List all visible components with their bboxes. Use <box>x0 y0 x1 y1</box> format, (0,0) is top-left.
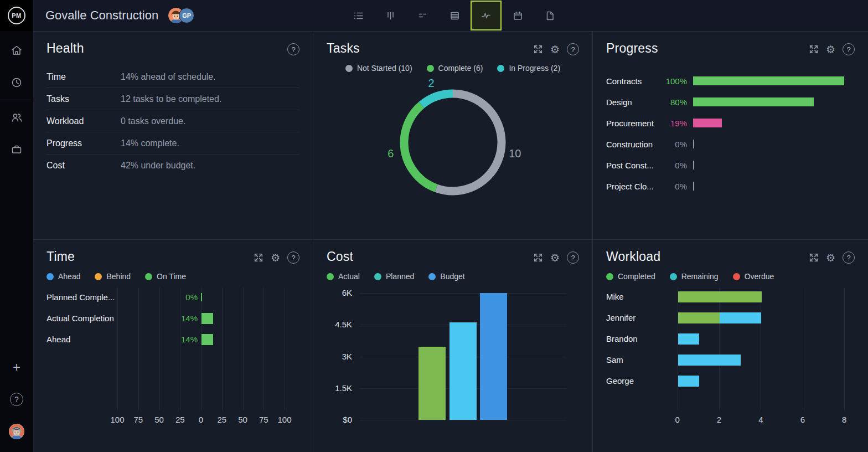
legend-dot <box>606 273 613 280</box>
progress-row-label: Post Const... <box>606 161 657 170</box>
sidebar-divider <box>0 100 33 100</box>
gridline <box>360 420 566 420</box>
time-bar[interactable] <box>202 313 213 324</box>
help-icon[interactable]: ? <box>567 251 579 264</box>
list-view-tab[interactable] <box>342 0 374 31</box>
workload-row-label: Brandon <box>606 333 673 345</box>
progress-row: Procurement19% <box>606 112 855 133</box>
team-icon <box>11 111 23 124</box>
sidebar-user-avatar[interactable] <box>0 415 33 448</box>
docs-view-tab[interactable] <box>534 0 566 31</box>
gridline <box>201 287 202 410</box>
expand-icon[interactable] <box>254 253 264 263</box>
user-avatar-icon <box>9 424 24 439</box>
settings-icon[interactable]: ⚙ <box>550 44 560 55</box>
gridline <box>138 287 139 410</box>
settings-icon[interactable]: ⚙ <box>271 253 280 263</box>
health-row: Tasks12 tasks to be completed. <box>46 88 299 110</box>
app-header: PM Govalle Construction GP <box>0 0 868 31</box>
progress-row-percent: 19% <box>657 119 687 128</box>
legend-dot <box>497 65 504 72</box>
help-icon[interactable]: ? <box>567 43 579 55</box>
health-row-value: 0 tasks overdue. <box>121 116 185 126</box>
legend-item: Budget <box>428 272 464 281</box>
workload-bar-remaining[interactable] <box>678 333 699 345</box>
sidebar-add-button[interactable]: + <box>0 351 33 383</box>
table-view-tab[interactable] <box>438 0 471 31</box>
board-view-tab[interactable] <box>374 0 406 31</box>
cost-bar[interactable] <box>450 322 477 420</box>
legend-dot <box>427 65 434 72</box>
settings-icon[interactable]: ⚙ <box>550 253 560 263</box>
workload-bar-remaining[interactable] <box>720 312 761 323</box>
legend-dot <box>145 273 152 280</box>
gridline <box>243 287 244 410</box>
workload-row-label: Mike <box>606 291 673 302</box>
legend-label: Remaining <box>681 272 719 281</box>
progress-row: Construction0% <box>606 133 855 155</box>
time-panel-title: Time <box>46 249 75 264</box>
time-row-percent: 14% <box>159 313 198 324</box>
app-logo[interactable]: PM <box>0 0 33 31</box>
settings-icon[interactable]: ⚙ <box>826 253 835 263</box>
workload-bar-remaining[interactable] <box>678 355 741 366</box>
legend-label: Completed <box>618 272 655 281</box>
help-icon[interactable]: ? <box>843 251 855 264</box>
health-row-value: 42% under budget. <box>121 161 195 171</box>
sidebar-item-timer[interactable] <box>0 66 33 99</box>
gantt-view-tab[interactable] <box>406 0 438 31</box>
sidebar-item-team[interactable] <box>0 101 33 133</box>
time-bar[interactable] <box>202 334 213 345</box>
progress-bar[interactable] <box>693 119 722 127</box>
sidebar-item-portfolio[interactable] <box>0 133 33 166</box>
zero-tick <box>693 140 694 148</box>
legend-item: On Time <box>145 272 186 281</box>
help-icon[interactable]: ? <box>843 43 855 55</box>
member-avatars[interactable]: GP <box>168 8 194 23</box>
cost-bar[interactable] <box>418 347 446 420</box>
gridline <box>264 287 264 410</box>
legend-item: Overdue <box>733 272 774 281</box>
donut-value-label: 2 <box>428 77 434 89</box>
health-row-label: Workload <box>46 116 121 126</box>
expand-icon[interactable] <box>809 44 819 54</box>
health-row-value: 14% ahead of schedule. <box>121 72 216 82</box>
gridline <box>678 287 678 410</box>
table-view-icon <box>450 11 460 21</box>
workload-bar-completed[interactable] <box>678 291 762 302</box>
progress-panel-title: Progress <box>606 41 658 56</box>
calendar-view-tab[interactable] <box>502 0 534 31</box>
health-panel: Health ? Time14% ahead of schedule.Tasks… <box>33 32 313 239</box>
legend-dot <box>345 65 353 72</box>
dashboard-view-tab[interactable] <box>471 1 502 30</box>
expand-icon[interactable] <box>809 253 819 263</box>
health-panel-title: Health <box>46 41 84 56</box>
time-row-percent: 14% <box>159 334 198 345</box>
sidebar-item-home[interactable] <box>0 34 33 66</box>
sidebar-help-button[interactable]: ? <box>0 383 33 415</box>
y-axis-tick: 4.5K <box>327 320 352 329</box>
member-avatar-initials[interactable]: GP <box>179 8 194 23</box>
x-axis-tick: 100 <box>272 415 297 424</box>
zero-tick <box>693 182 694 191</box>
progress-bar[interactable] <box>693 76 844 85</box>
health-row-value: 12 tasks to be completed. <box>121 94 221 104</box>
help-icon[interactable]: ? <box>287 251 299 264</box>
project-title: Govalle Construction <box>45 8 158 23</box>
legend-label: Ahead <box>58 272 80 281</box>
expand-icon[interactable] <box>533 44 543 54</box>
help-icon[interactable]: ? <box>287 43 299 55</box>
settings-icon[interactable]: ⚙ <box>826 44 835 55</box>
progress-row-percent: 0% <box>657 182 687 191</box>
progress-bar-zone <box>693 161 844 170</box>
y-axis-tick: $0 <box>327 415 352 424</box>
cost-legend: ActualPlannedBudget <box>327 272 579 281</box>
legend-item: Complete (6) <box>427 64 483 73</box>
cost-bar[interactable] <box>480 293 507 420</box>
tasks-legend: Not Started (10)Complete (6)In Progress … <box>327 64 579 73</box>
progress-bar-zone <box>693 182 844 191</box>
workload-bar-completed[interactable] <box>678 312 720 323</box>
progress-bar[interactable] <box>693 97 814 106</box>
expand-icon[interactable] <box>533 253 543 263</box>
workload-bar-remaining[interactable] <box>678 376 699 387</box>
